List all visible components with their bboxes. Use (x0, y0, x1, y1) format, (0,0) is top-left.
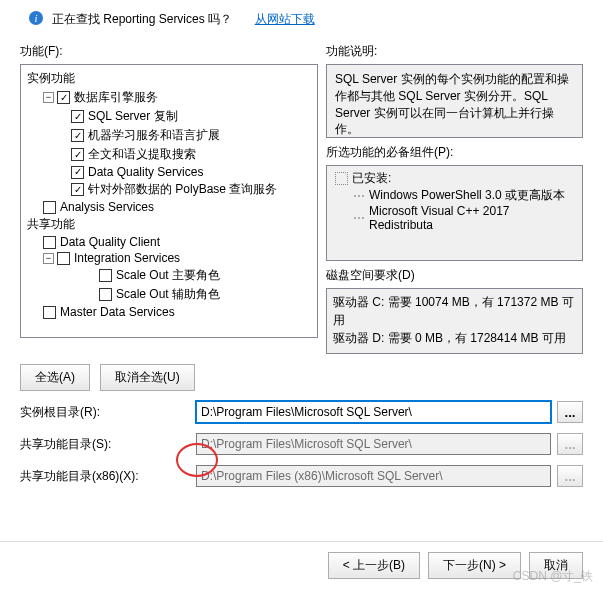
instance-root-label: 实例根目录(R): (20, 404, 190, 421)
banner-text: 正在查找 Reporting Services 吗？ (52, 11, 232, 28)
select-all-button[interactable]: 全选(A) (20, 364, 90, 391)
prerequisites-box[interactable]: 已安装: Windows PowerShell 3.0 或更高版本 Micros… (326, 165, 583, 261)
cancel-button[interactable]: 取消 (529, 552, 583, 579)
svg-text:i: i (34, 12, 37, 24)
tree-item-polybase[interactable]: 针对外部数据的 PolyBase 查询服务 (23, 180, 315, 199)
info-icon: i (28, 10, 44, 29)
description-box: SQL Server 实例的每个实例功能的配置和操作都与其他 SQL Serve… (326, 64, 583, 138)
tree-item-scaleout-worker[interactable]: Scale Out 辅助角色 (23, 285, 315, 304)
instance-root-input[interactable] (196, 401, 551, 423)
disk-d-text: 驱动器 D: 需要 0 MB，有 1728414 MB 可用 (333, 329, 576, 347)
tree-item-integration[interactable]: −Integration Services (23, 250, 315, 266)
prereq-item: Microsoft Visual C++ 2017 Redistributa (333, 204, 576, 232)
features-tree[interactable]: 实例功能 −数据库引擎服务 SQL Server 复制 机器学习服务和语言扩展 … (20, 64, 318, 338)
tree-item-analysis[interactable]: Analysis Services (23, 199, 315, 215)
tree-item-scaleout-master[interactable]: Scale Out 主要角色 (23, 266, 315, 285)
browse-button[interactable]: ... (557, 401, 583, 423)
tree-item-ml[interactable]: 机器学习服务和语言扩展 (23, 126, 315, 145)
browse-button: ... (557, 433, 583, 455)
tree-item-fulltext[interactable]: 全文和语义提取搜索 (23, 145, 315, 164)
tree-header: 实例功能 (23, 69, 315, 88)
desc-label: 功能说明: (326, 43, 583, 60)
tree-item-dqs[interactable]: Data Quality Services (23, 164, 315, 180)
browse-button: ... (557, 465, 583, 487)
tree-header: 共享功能 (23, 215, 315, 234)
next-button[interactable]: 下一步(N) > (428, 552, 521, 579)
disk-c-text: 驱动器 C: 需要 10074 MB，有 171372 MB 可用 (333, 293, 576, 329)
shared-dir-input (196, 433, 551, 455)
prereq-installed: 已安装: (333, 170, 576, 187)
prereq-label: 所选功能的必备组件(P): (326, 144, 583, 161)
tree-item-masterdata[interactable]: Master Data Services (23, 304, 315, 320)
shared-dir-label: 共享功能目录(S): (20, 436, 190, 453)
disk-space-box: 驱动器 C: 需要 10074 MB，有 171372 MB 可用 驱动器 D:… (326, 288, 583, 354)
download-link[interactable]: 从网站下载 (255, 11, 315, 28)
shared-x86-label: 共享功能目录(x86)(X): (20, 468, 190, 485)
prereq-item: Windows PowerShell 3.0 或更高版本 (333, 187, 576, 204)
features-label: 功能(F): (20, 43, 318, 60)
tree-item-dbengine[interactable]: −数据库引擎服务 (23, 88, 315, 107)
tree-item-replication[interactable]: SQL Server 复制 (23, 107, 315, 126)
tree-item-dqclient[interactable]: Data Quality Client (23, 234, 315, 250)
back-button[interactable]: < 上一步(B) (328, 552, 420, 579)
disk-label: 磁盘空间要求(D) (326, 267, 583, 284)
shared-x86-input (196, 465, 551, 487)
deselect-all-button[interactable]: 取消全选(U) (100, 364, 195, 391)
